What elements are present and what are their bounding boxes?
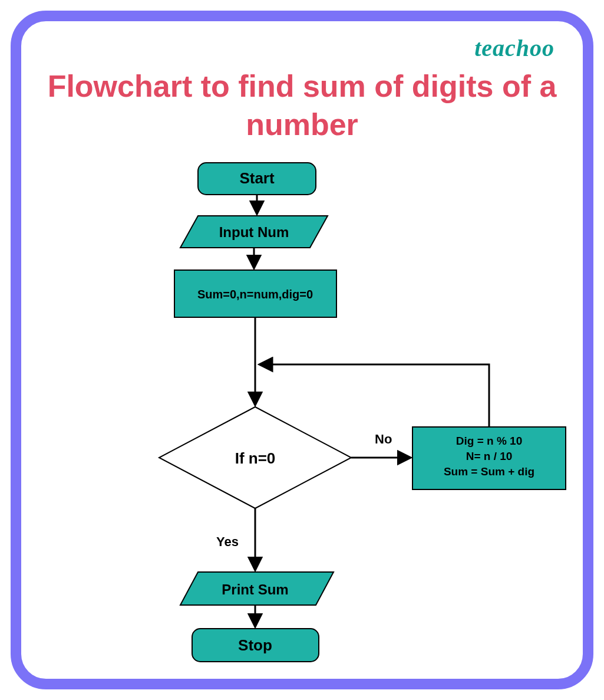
node-init-label: Sum=0,n=num,dig=0 [197, 288, 313, 301]
node-output-label: Print Sum [222, 581, 288, 597]
node-output: Print Sum [180, 572, 334, 605]
brand-logo: teachoo [474, 34, 555, 62]
node-decision-label: If n=0 [235, 449, 276, 467]
node-start-label: Start [239, 169, 275, 187]
flowchart-canvas: Start Input Num Sum=0,n=num,dig=0 [21, 157, 583, 679]
node-start: Start [198, 163, 316, 195]
node-decision: If n=0 [159, 407, 351, 508]
node-stop-label: Stop [238, 636, 272, 654]
node-input: Input Num [180, 216, 328, 248]
arrow-loopback [260, 364, 489, 427]
diagram-title: Flowchart to find sum of digits of a num… [21, 67, 583, 144]
node-init: Sum=0,n=num,dig=0 [174, 270, 336, 317]
label-no: No [375, 432, 392, 446]
label-yes: Yes [216, 534, 239, 549]
node-loop-line2: N= n / 10 [466, 450, 513, 462]
diagram-frame: teachoo Flowchart to find sum of digits … [11, 11, 593, 689]
node-input-label: Input Num [219, 224, 289, 240]
node-stop: Stop [192, 629, 319, 662]
node-loop-line1: Dig = n % 10 [456, 435, 522, 447]
node-loop-line3: Sum = Sum + dig [444, 465, 534, 478]
node-loop: Dig = n % 10 N= n / 10 Sum = Sum + dig [412, 427, 566, 489]
